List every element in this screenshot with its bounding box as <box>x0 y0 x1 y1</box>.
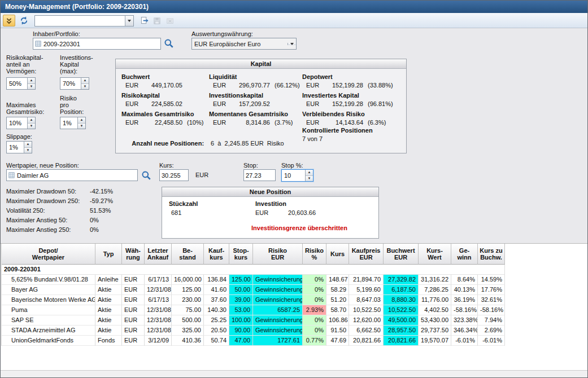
kapital-item: InvestitionskapitalEUR157,209.52 <box>209 92 302 111</box>
search-wertpapier-button[interactable] <box>141 170 151 181</box>
save-button[interactable] <box>151 15 163 27</box>
spinner-up-button[interactable]: ▲ <box>24 142 32 148</box>
column-header[interactable]: Kauf- kurs <box>204 244 229 265</box>
grid-cell: 19,570.07 <box>419 336 451 346</box>
spinner-down-button[interactable]: ▼ <box>306 176 313 182</box>
grid-icon <box>35 41 41 47</box>
export-icon <box>140 16 149 25</box>
kapital-item-value: EUR157,209.52 <box>209 100 302 107</box>
max-gesamtrisiko-spinner[interactable]: 10% ▲▼ <box>6 117 36 129</box>
slippage-label: Slippage: <box>6 133 32 140</box>
chevron-down-icon[interactable] <box>288 43 296 45</box>
spinner-up-button[interactable]: ▲ <box>28 78 35 84</box>
grid-cell: 14.59% <box>478 275 505 285</box>
wertpapier-input[interactable]: Daimler AG <box>6 169 138 181</box>
grid-cell: 50.00 <box>229 285 253 295</box>
expand-menu-button[interactable] <box>3 15 15 27</box>
table-row[interactable]: Bayer AGAktieEUR12/31/08125.0041.6050.00… <box>2 285 505 295</box>
grid-cell: 20,821.66 <box>384 336 419 346</box>
stat-value: 51.53% <box>90 207 111 217</box>
title-bar: Money-Management (Portfolio: 2009-220301… <box>1 1 587 13</box>
positions-panel: Depot/ WertpapierTypWäh- rungLetzter Ank… <box>1 243 587 377</box>
kurs-input-value: 30.255 <box>162 172 181 179</box>
spinner-down-button[interactable]: ▼ <box>78 124 85 129</box>
toolbar-combobox[interactable] <box>34 15 134 27</box>
column-header[interactable]: Risiko EUR <box>253 244 303 265</box>
grid-cell: 53.00 <box>229 305 253 315</box>
spinner-up-button[interactable]: ▲ <box>81 78 89 84</box>
export-button[interactable] <box>138 15 150 27</box>
risikokapital-spinner[interactable]: 50% ▲▼ <box>6 77 36 90</box>
grid-cell: 20,821.66 <box>349 336 384 346</box>
portfolio-input[interactable]: 2009-220301 <box>33 38 161 50</box>
grid-cell: 5,199.60 <box>349 285 384 295</box>
table-row[interactable]: STADA Arzneimittel AGAktieEUR12/31/08325… <box>2 326 505 336</box>
column-header[interactable]: Letzter Ankauf <box>145 244 172 265</box>
spinner-up-button[interactable]: ▲ <box>28 117 35 124</box>
grid-cell: -6.01% <box>451 336 478 346</box>
column-header-label: Kaufpreis EUR <box>352 247 381 261</box>
chevron-down-glyph <box>128 20 131 22</box>
investitionskapital-spinner[interactable]: 70% ▲▼ <box>60 77 89 90</box>
waehrung-select[interactable]: EUR Europäischer Euro <box>191 38 297 50</box>
spinner-value: 50% <box>7 78 27 89</box>
spinner-down-button[interactable]: ▼ <box>28 124 35 129</box>
slippage-spinner[interactable]: 1% ▲▼ <box>6 141 32 153</box>
table-row[interactable]: PumaAktieEUR12/31/0875.00140.3053.006587… <box>2 305 505 315</box>
app-window: Money-Management (Portfolio: 2009-220301… <box>0 0 588 378</box>
column-header[interactable]: Typ <box>95 244 122 265</box>
security-name-cell: SAP SE <box>2 315 95 326</box>
grid-cell: 10,522.50 <box>349 305 384 315</box>
column-header[interactable]: Risiko % <box>303 244 326 265</box>
kapital-item-value: EUR152,199.28(96.81%) <box>302 100 404 107</box>
grid-cell: 36.19% <box>451 295 478 305</box>
stat-row: Maximaler Drawdown 50:-42.15% <box>6 188 113 197</box>
spinner-down-button[interactable]: ▼ <box>81 84 89 90</box>
column-header[interactable]: Depot/ Wertpapier <box>2 244 95 265</box>
grid-cell: 58.70 <box>326 305 349 315</box>
grid-cell: 58.29 <box>326 285 349 295</box>
kurs-input[interactable]: 30.255 <box>159 169 189 181</box>
risiko-pro-position-spinner[interactable]: 1% ▲▼ <box>60 117 86 129</box>
column-header[interactable]: Kurs zu Buchw. <box>478 244 505 265</box>
grid-cell: 100.00 <box>229 315 253 326</box>
percent-value: (6.3%) <box>368 119 386 126</box>
anzahl-neue-positionen: Anzahl neue Positionen:6 à 2,245.85 EUR … <box>121 133 284 153</box>
column-header[interactable]: Be- stand <box>172 244 204 265</box>
table-row[interactable]: 5,625% Bundanl.V.98/01.28AnleiheEUR6/17/… <box>2 275 505 285</box>
delete-button[interactable] <box>164 15 176 27</box>
grid-cell: 230.00 <box>172 295 204 305</box>
table-row[interactable]: UnionGeldmarktFondsFondsEUR3/12/09410.36… <box>2 336 505 346</box>
column-header[interactable]: Kaufpreis EUR <box>349 244 384 265</box>
spinner-down-button[interactable]: ▼ <box>24 148 32 153</box>
grid-cell: 136.84 <box>204 275 229 285</box>
kapital-groupbox: Kapital BuchwertEUR449,170.05LiquiditätE… <box>115 59 407 153</box>
column-header[interactable]: Kurs <box>326 244 349 265</box>
kurs-currency-label: EUR <box>195 172 208 178</box>
spinner-up-button[interactable]: ▲ <box>78 117 85 124</box>
column-header-label: Depot/ Wertpapier <box>32 247 64 261</box>
stop-pct-spinner[interactable]: 10 ▲▼ <box>281 169 313 182</box>
spinner-up-button[interactable]: ▲ <box>306 170 313 176</box>
stop-input[interactable]: 27.23 <box>243 169 276 181</box>
spinner-buttons: ▲▼ <box>77 117 85 129</box>
chevron-down-icon[interactable] <box>125 16 133 26</box>
kapital-item: BuchwertEUR449,170.05 <box>121 73 209 92</box>
column-header[interactable]: Ge- winn <box>451 244 478 265</box>
stat-label: Maximaler Drawdown 250: <box>6 197 90 207</box>
risikokapital-label-line: Vermögen: <box>6 68 36 74</box>
group-row-label: 2009-220301 <box>4 266 41 272</box>
toolbar <box>1 13 587 28</box>
spinner-down-button[interactable]: ▼ <box>28 84 35 90</box>
column-header[interactable]: Kurs- Wert <box>419 244 451 265</box>
table-row[interactable]: SAP SEAktieEUR12/31/08500.0025.25100.00G… <box>2 315 505 326</box>
investition-warning: Investitionsgrenze überschritten <box>251 225 347 231</box>
column-header[interactable]: Wäh- rung <box>122 244 145 265</box>
column-header[interactable]: Stop- kurs <box>229 244 253 265</box>
kapital-item-value: EUR14,143.64(6.3%) <box>302 119 404 126</box>
portfolio-group-row[interactable]: 2009-220301 <box>2 265 505 275</box>
search-portfolio-button[interactable] <box>164 38 174 49</box>
refresh-button[interactable] <box>18 15 30 27</box>
column-header[interactable]: Buchwert EUR <box>384 244 419 265</box>
table-row[interactable]: Bayerische Motoren Werke AGAktieEUR6/17/… <box>2 295 505 305</box>
